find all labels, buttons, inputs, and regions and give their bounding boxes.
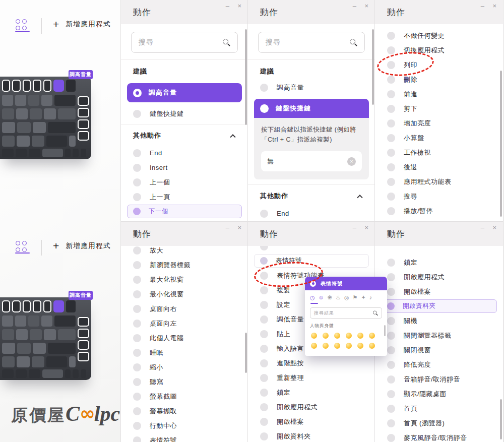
- action-item-selected[interactable]: 調高音量: [127, 83, 242, 102]
- recent-category-icon[interactable]: ◷: [310, 295, 315, 300]
- minimize-icon[interactable]: –: [481, 2, 484, 11]
- smileys-category-icon[interactable]: ☺: [319, 295, 324, 300]
- clear-icon[interactable]: ×: [347, 157, 356, 166]
- smiley-emoji[interactable]: [369, 333, 375, 339]
- action-item[interactable]: 應用程式功能表: [375, 174, 503, 189]
- action-item[interactable]: 表情符號: [121, 433, 248, 442]
- action-item[interactable]: 最小化視窗: [121, 287, 248, 301]
- action-item[interactable]: 開啟檔案: [375, 284, 503, 299]
- minimize-icon[interactable]: –: [226, 2, 229, 11]
- action-item-highlighted[interactable]: 開啟資料夾: [381, 299, 497, 313]
- search-input[interactable]: 搜尋: [131, 32, 238, 53]
- action-item[interactable]: 音箱靜音/取消靜音: [375, 372, 503, 387]
- action-item[interactable]: 桌面向左: [121, 316, 248, 331]
- smiley-emoji[interactable]: [357, 343, 363, 349]
- scrollbar[interactable]: [245, 333, 247, 373]
- action-item-selected[interactable]: 鍵盤快捷鍵: [254, 99, 369, 118]
- minimize-icon[interactable]: –: [481, 223, 484, 232]
- action-item[interactable]: 睡眠: [121, 345, 248, 360]
- action-item[interactable]: 行動中心: [121, 418, 248, 433]
- action-item[interactable]: 縮小: [121, 360, 248, 374]
- search-input[interactable]: 搜尋: [258, 32, 365, 53]
- smiley-emoji[interactable]: [334, 333, 340, 339]
- add-application-button[interactable]: + 新增應用程式: [53, 19, 111, 29]
- action-item[interactable]: 鎖定: [248, 385, 375, 400]
- smiley-emoji[interactable]: [357, 333, 363, 339]
- activities-category-icon[interactable]: ◎: [344, 295, 349, 300]
- action-item[interactable]: 播放/暫停: [375, 204, 503, 218]
- action-item[interactable]: 鍵盤快捷鍵: [121, 106, 248, 121]
- action-item[interactable]: 後退: [375, 160, 503, 174]
- shortcut-value-input[interactable]: 無 ×: [261, 151, 362, 171]
- action-item[interactable]: 搜尋: [375, 189, 503, 204]
- action-item[interactable]: 前進: [375, 87, 503, 101]
- action-item[interactable]: 增加亮度: [375, 116, 503, 131]
- smiley-emoji[interactable]: [346, 343, 352, 349]
- window-header[interactable]: 動作 – ×: [121, 222, 248, 246]
- action-item[interactable]: 工作檢視: [375, 145, 503, 160]
- smiley-emoji[interactable]: [346, 333, 352, 339]
- smiley-emoji[interactable]: [334, 343, 340, 349]
- window-header[interactable]: 動作 – ×: [375, 0, 503, 24]
- action-item[interactable]: Insert: [121, 160, 248, 175]
- action-item[interactable]: 鎖定: [375, 255, 503, 270]
- emoji-scrollbar[interactable]: [384, 325, 386, 336]
- minimize-icon[interactable]: –: [226, 223, 229, 232]
- action-item[interactable]: 桌面向右: [121, 301, 248, 316]
- emoji-search-input[interactable]: 搜尋結果: [310, 307, 382, 319]
- food-category-icon[interactable]: ♨: [336, 295, 341, 300]
- scrollbar[interactable]: [500, 71, 502, 217]
- action-item[interactable]: 開啟檔案: [248, 414, 375, 429]
- close-icon[interactable]: ×: [492, 223, 496, 232]
- minimize-icon[interactable]: –: [353, 2, 356, 11]
- smiley-emoji[interactable]: [311, 343, 317, 349]
- action-item[interactable]: 顯示/隱藏桌面: [375, 387, 503, 401]
- close-icon[interactable]: ×: [237, 223, 241, 232]
- travel-category-icon[interactable]: ⚑: [353, 295, 358, 300]
- action-item[interactable]: 開啟應用程式: [248, 400, 375, 414]
- action-item[interactable]: 關閉視窗: [375, 343, 503, 357]
- animals-category-icon[interactable]: ❀: [328, 295, 332, 300]
- action-item[interactable]: 新瀏覽器標籤: [121, 258, 248, 272]
- app-grid-tab[interactable]: [16, 241, 30, 253]
- close-icon[interactable]: ×: [237, 2, 241, 11]
- action-item[interactable]: 小算盤: [375, 131, 503, 145]
- minimize-icon[interactable]: –: [353, 223, 356, 232]
- action-item[interactable]: 螢幕擷取: [121, 404, 248, 418]
- action-item[interactable]: 剪下: [375, 101, 503, 116]
- action-item[interactable]: 重新整理: [248, 370, 375, 385]
- symbols-category-icon[interactable]: ♪: [369, 295, 372, 300]
- window-header[interactable]: 動作 – ×: [248, 222, 375, 246]
- window-header[interactable]: 動作 – ×: [248, 0, 375, 24]
- app-grid-tab[interactable]: [16, 19, 30, 31]
- smiley-emoji[interactable]: [323, 343, 329, 349]
- smiley-emoji[interactable]: [323, 333, 329, 339]
- action-item[interactable]: 首頁 (瀏覽器): [375, 416, 503, 430]
- window-header[interactable]: 動作 – ×: [121, 0, 248, 24]
- other-actions-header[interactable]: 其他動作: [248, 185, 375, 206]
- action-item[interactable]: 關機: [375, 313, 503, 328]
- scrollbar[interactable]: [500, 399, 502, 439]
- scrollbar[interactable]: [245, 29, 247, 125]
- action-item[interactable]: 開啟應用程式: [375, 270, 503, 284]
- action-item[interactable]: 聽寫: [121, 374, 248, 389]
- action-item[interactable]: 螢幕截圖: [121, 389, 248, 404]
- action-item[interactable]: 開啟資料夾: [248, 429, 375, 442]
- action-item[interactable]: End: [121, 146, 248, 160]
- action-item[interactable]: 麥克風靜音/取消靜音: [375, 430, 503, 442]
- action-item[interactable]: 首頁: [375, 401, 503, 416]
- action-item[interactable]: 降低亮度: [375, 357, 503, 372]
- action-item[interactable]: 上一頁: [121, 190, 248, 204]
- action-item[interactable]: 進階點按: [248, 356, 375, 370]
- add-application-button[interactable]: + 新增應用程式: [53, 241, 111, 251]
- action-item[interactable]: 關閉瀏覽器標籤: [375, 328, 503, 343]
- window-header[interactable]: 動作 – ×: [375, 222, 503, 246]
- smiley-emoji[interactable]: [311, 333, 317, 339]
- close-icon[interactable]: ×: [364, 2, 368, 11]
- other-actions-header[interactable]: 其他動作: [121, 124, 248, 146]
- close-icon[interactable]: ×: [492, 2, 496, 11]
- objects-category-icon[interactable]: ✦: [361, 295, 365, 300]
- action-item[interactable]: End: [248, 206, 375, 221]
- action-item[interactable]: 調高音量: [248, 80, 375, 95]
- action-item[interactable]: 上一個: [121, 175, 248, 190]
